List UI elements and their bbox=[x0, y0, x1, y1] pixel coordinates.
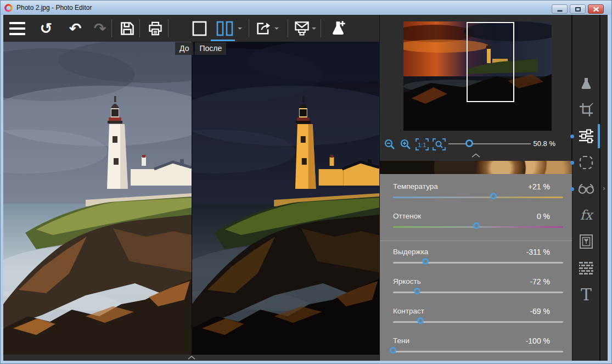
tab-after[interactable]: После bbox=[195, 42, 226, 55]
actual-size-button[interactable]: 1:1 bbox=[416, 138, 429, 150]
maximize-button[interactable] bbox=[570, 4, 586, 14]
exposure-slider[interactable] bbox=[393, 262, 563, 264]
slider-label: Выдержка bbox=[393, 248, 428, 256]
sidebar-item-adjustments[interactable] bbox=[572, 123, 600, 149]
slider-value: +21 % bbox=[528, 182, 550, 191]
export-dropdown[interactable] bbox=[274, 27, 279, 32]
sidebar-item-text[interactable]: T bbox=[572, 281, 600, 307]
slider-label: Тени bbox=[393, 337, 409, 345]
slider-handle[interactable] bbox=[490, 193, 497, 199]
toolbar-separator bbox=[139, 19, 140, 37]
sidebar-item-selection[interactable] bbox=[572, 149, 600, 176]
navigator-collapse[interactable] bbox=[380, 153, 572, 161]
slider-handle[interactable] bbox=[417, 317, 424, 324]
single-view-button[interactable] bbox=[189, 15, 209, 42]
undo-button[interactable]: ↶ bbox=[65, 15, 85, 42]
shadows-slider[interactable] bbox=[393, 351, 563, 352]
reset-button[interactable]: ↺ bbox=[36, 15, 56, 42]
canvas-area: До После bbox=[3, 42, 379, 361]
slider-label: Контраст bbox=[393, 307, 424, 315]
zoom-in-button[interactable] bbox=[400, 138, 412, 150]
contrast-slider[interactable] bbox=[393, 321, 563, 323]
toolbar: ↺ ↶ ↷ bbox=[3, 15, 379, 42]
toolbar-separator bbox=[168, 19, 169, 37]
tools-sidebar: fx bbox=[572, 15, 599, 361]
navigator-thumbnail[interactable] bbox=[403, 21, 552, 131]
menu-button[interactable] bbox=[8, 15, 26, 42]
export-icon bbox=[255, 21, 272, 36]
temperature-slider[interactable] bbox=[393, 197, 563, 198]
adjustments-icon bbox=[579, 129, 594, 143]
slider-handle[interactable] bbox=[390, 347, 396, 354]
slider-value: -100 % bbox=[526, 337, 550, 345]
toolbar-separator bbox=[321, 19, 321, 37]
sidebar-item-crop[interactable] bbox=[572, 97, 600, 123]
slider-value: -311 % bbox=[526, 248, 550, 256]
share-button[interactable] bbox=[293, 15, 311, 42]
toolbar-separator bbox=[111, 19, 112, 37]
slider-label: Оттенок bbox=[393, 212, 421, 220]
zoom-slider[interactable] bbox=[448, 143, 531, 144]
save-button[interactable] bbox=[118, 15, 137, 42]
compare-tabs: До После bbox=[175, 42, 226, 55]
minimize-button[interactable] bbox=[552, 4, 568, 14]
photo-before[interactable] bbox=[3, 42, 192, 355]
zoom-percent: 50.8 % bbox=[534, 139, 555, 148]
close-button[interactable] bbox=[588, 4, 604, 14]
zoom-out-button[interactable] bbox=[384, 138, 396, 150]
sidebar-item-effects[interactable]: fx bbox=[572, 202, 600, 228]
frame-icon bbox=[579, 234, 593, 249]
share-icon bbox=[294, 20, 310, 37]
text-tool-icon: T bbox=[581, 285, 592, 304]
magic-enhance-button[interactable] bbox=[328, 15, 348, 42]
window-title: Photo 2.jpg - Photo Editor bbox=[16, 4, 92, 12]
flask-plus-icon bbox=[330, 20, 346, 37]
zoom-slider-handle[interactable] bbox=[465, 139, 473, 147]
modified-dot bbox=[570, 135, 574, 138]
filmstrip-collapse-bar[interactable] bbox=[3, 355, 379, 361]
fit-screen-button[interactable] bbox=[433, 138, 446, 150]
tint-slider[interactable] bbox=[393, 226, 563, 228]
sidebar-item-retouch[interactable] bbox=[572, 176, 600, 202]
zoom-controls: 1:1 50.8 % bbox=[380, 135, 572, 153]
content-area: ↺ ↶ ↷ bbox=[3, 15, 608, 361]
navigator-viewport[interactable] bbox=[467, 22, 514, 102]
group-divider bbox=[380, 240, 572, 241]
sidebar-item-frames[interactable] bbox=[572, 228, 600, 255]
sidebar-item-textures[interactable] bbox=[572, 255, 600, 281]
slider-handle[interactable] bbox=[422, 258, 429, 265]
selection-marquee-icon bbox=[579, 155, 593, 170]
tab-before[interactable]: До bbox=[175, 42, 193, 55]
slider-value: -69 % bbox=[530, 307, 550, 316]
modified-dot bbox=[570, 187, 574, 191]
right-panel: 1:1 50.8 % bbox=[379, 15, 571, 361]
toolbar-separator bbox=[288, 19, 288, 37]
app-logo-icon bbox=[4, 4, 13, 12]
adjustments-panel: Температура +21 % Оттенок 0 % Выдержка -… bbox=[380, 174, 572, 361]
sidebar-item-magic-enhance[interactable] bbox=[572, 70, 600, 97]
single-view-icon bbox=[192, 21, 207, 36]
compare-view-button[interactable] bbox=[215, 15, 234, 42]
save-icon bbox=[120, 21, 135, 36]
slider-label: Яркость bbox=[393, 277, 421, 285]
chevron-up-icon bbox=[188, 356, 195, 360]
slider-handle[interactable] bbox=[473, 222, 480, 229]
chevron-right-icon: › bbox=[603, 184, 605, 192]
title-bar[interactable]: Photo 2.jpg - Photo Editor bbox=[1, 1, 611, 15]
photo-after[interactable] bbox=[192, 42, 379, 355]
panel-expander[interactable]: › bbox=[600, 15, 608, 361]
slider-label: Температура bbox=[393, 182, 438, 191]
crop-icon bbox=[579, 103, 593, 117]
export-button[interactable] bbox=[254, 15, 273, 42]
fx-icon: fx bbox=[580, 208, 592, 223]
print-button[interactable] bbox=[146, 15, 165, 42]
glasses-icon bbox=[578, 183, 594, 195]
slider-value: -72 % bbox=[530, 277, 550, 286]
texture-pattern-icon bbox=[579, 261, 594, 275]
share-dropdown[interactable] bbox=[312, 27, 316, 32]
view-options-dropdown[interactable] bbox=[238, 27, 242, 32]
redo-button[interactable]: ↷ bbox=[90, 15, 110, 42]
slider-handle[interactable] bbox=[414, 288, 420, 294]
active-view-underline bbox=[211, 40, 235, 41]
brightness-slider[interactable] bbox=[393, 292, 563, 293]
